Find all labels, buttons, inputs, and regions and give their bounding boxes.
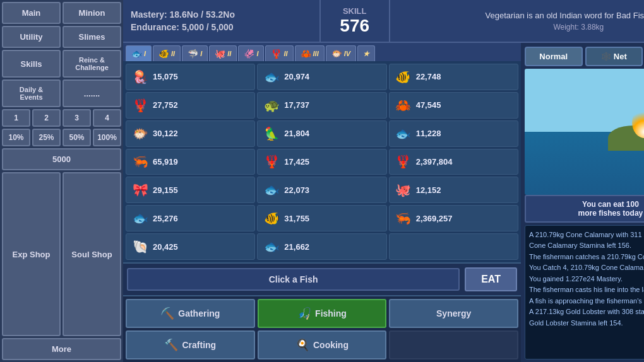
fish-icon: 🐡	[130, 125, 150, 143]
sidebar-btn-expshop[interactable]: Exp Shop	[2, 172, 61, 336]
fish-cell-5-2[interactable]: 🦐2,369,257	[389, 205, 518, 231]
sidebar-btn-dots[interactable]: .......	[63, 79, 121, 107]
log-line: Cone Calamary Stamina left 156.	[529, 240, 644, 251]
fish-table: 🪼15,075🐟20,974🐠22,748🦞27,752🐢17,737🦀47,5…	[123, 61, 521, 262]
fish-cell-4-1[interactable]: 🐟22,073	[257, 177, 386, 203]
sidebar-btn-utility[interactable]: Utility	[2, 26, 61, 48]
sidebar-btn-2[interactable]: 2	[32, 109, 61, 127]
sidebar-btn-50pct[interactable]: 50%	[63, 129, 91, 146]
method-row: Normal 🕸️ Net Dynamite ☢️ Nuke	[521, 43, 644, 69]
fish-icon: 🐠	[261, 209, 282, 227]
fish-tab-6[interactable]: 🦀III	[295, 45, 325, 61]
fish-cell-3-1[interactable]: 🦞17,425	[257, 149, 386, 175]
bottom-tab-5	[389, 330, 518, 359]
sidebar-btn-10pct[interactable]: 10%	[2, 129, 30, 146]
fish-icon: 🐟	[130, 209, 150, 227]
fish-icon: 🐟	[261, 68, 282, 86]
fish-icon: 🦐	[130, 153, 150, 170]
fish-cell-2-1[interactable]: 🦜21,804	[257, 120, 386, 147]
sidebar-btn-5000[interactable]: 5000	[2, 148, 121, 170]
fish-tab-3[interactable]: 🐙II	[209, 45, 237, 61]
sidebar-btn-slimes[interactable]: Slimes	[63, 26, 121, 48]
bottom-tab-Fishing[interactable]: 🎣Fishing	[258, 299, 387, 328]
tip-text: Vegetarian is an old Indian word for Bad…	[486, 11, 644, 20]
eat-button[interactable]: EAT	[465, 267, 517, 291]
sidebar-btn-25pct[interactable]: 25%	[32, 129, 61, 146]
log-line: You Catch 4, 210.79kg Cone Calamary.	[529, 262, 644, 273]
sidebar-btn-more[interactable]: More	[2, 338, 121, 360]
method-net[interactable]: 🕸️ Net	[585, 47, 643, 66]
fish-tab-8[interactable]: ★	[357, 45, 375, 61]
fish-icon: 🐚	[130, 238, 150, 255]
fish-tab-0[interactable]: 🐟I	[126, 45, 152, 61]
log-line: A fish is approaching the fisherman's ba…	[529, 296, 644, 307]
sidebar-btn-soulshop[interactable]: Soul Shop	[63, 172, 121, 336]
fish-icon: 🦐	[393, 209, 414, 227]
sidebar-btn-3[interactable]: 3	[63, 109, 91, 127]
sidebar: Main Minion Utility Slimes Skills Reinc …	[0, 0, 123, 362]
fish-icon: 🦜	[261, 125, 282, 143]
fish-icon: 🐙	[393, 181, 414, 199]
sidebar-btn-4[interactable]: 4	[93, 109, 121, 127]
fish-icon: 🦞	[261, 153, 282, 170]
tip-block: Vegetarian is an old Indian word for Bad…	[390, 0, 644, 42]
pct-row: 10% 25% 50% 100%	[2, 129, 121, 146]
fish-icon: 🦞	[393, 153, 414, 170]
fish-cell-4-0[interactable]: 🎀29,155	[126, 177, 255, 203]
fish-cell-2-0[interactable]: 🐡30,122	[126, 120, 255, 147]
mastery-block: Mastery: 18.6No / 53.2No Endurance: 5,00…	[123, 0, 321, 42]
bottom-tab-Crafting[interactable]: 🔨Crafting	[126, 330, 255, 359]
fish-cell-0-0[interactable]: 🪼15,075	[126, 64, 255, 90]
sidebar-btn-1[interactable]: 1	[2, 109, 30, 127]
log-line: Gold Lobster Stamina left 154.	[529, 318, 644, 329]
fish-cell-1-0[interactable]: 🦞27,752	[126, 92, 255, 119]
bottom-tab-Gathering[interactable]: ⛏️Gathering	[126, 299, 255, 328]
fish-cell-1-2[interactable]: 🦀47,545	[389, 92, 518, 119]
fish-icon: 🐢	[261, 96, 282, 114]
can-eat-text: You can eat 100 more fishes today	[525, 195, 644, 223]
fish-tab-1[interactable]: 🐠II	[153, 45, 181, 61]
fish-cell-2-2[interactable]: 🐟11,228	[389, 120, 518, 147]
bottom-tab-Cooking[interactable]: 🍳Cooking	[258, 330, 387, 359]
log-area: A 210.79kg Cone Calamary with 311 stamin…	[525, 225, 644, 360]
fish-cell-5-1[interactable]: 🐠31,755	[257, 205, 386, 231]
sidebar-btn-100pct[interactable]: 100%	[93, 129, 121, 146]
fish-cell-3-2[interactable]: 🦞2,397,804	[389, 149, 518, 175]
cooking-icon: 🍳	[295, 338, 309, 352]
fish-tab-4[interactable]: 🦑I	[238, 45, 264, 61]
fish-cell-6-0[interactable]: 🐚20,425	[126, 233, 255, 260]
fishing-area: 🐟I🐠II🦈I🐙II🦑I🦞II🦀III🐡IV★ 🪼15,075🐟20,974🐠2…	[123, 43, 644, 362]
fish-cell-4-2[interactable]: 🐙12,152	[389, 177, 518, 203]
bottom-tab-Synergy[interactable]: Synergy	[389, 299, 518, 328]
log-line: The fisherman casts his line into the la…	[529, 284, 644, 295]
fish-icon: 🦞	[130, 96, 150, 114]
log-line: You gained 1.227e24 Mastery.	[529, 274, 644, 284]
fish-cell-1-1[interactable]: 🐢17,737	[257, 92, 386, 119]
fish-icon: 🐟	[261, 238, 282, 255]
skill-label: SKILL	[343, 6, 367, 16]
fish-tab-7[interactable]: 🐡IV	[326, 45, 356, 61]
fish-cell-0-1[interactable]: 🐟20,974	[257, 64, 386, 90]
fish-tab-2[interactable]: 🦈I	[182, 45, 208, 61]
fishing-scene: ⛵	[525, 69, 644, 195]
sidebar-btn-skills[interactable]: Skills	[2, 50, 61, 78]
gathering-icon: ⛏️	[160, 307, 174, 320]
weight-text: Weight: 3.88kg	[553, 23, 604, 32]
endurance-label: Endurance: 5,000 / 5,000	[131, 22, 312, 32]
sidebar-btn-reinc[interactable]: Reinc & Challenge	[63, 50, 121, 78]
click-fish-label: Click a Fish	[127, 268, 460, 291]
fish-cell-6-1[interactable]: 🐟21,662	[257, 233, 386, 260]
sidebar-btn-minion[interactable]: Minion	[63, 2, 121, 24]
fish-tab-5[interactable]: 🦞II	[265, 45, 293, 61]
fish-cell-3-0[interactable]: 🦐65,919	[126, 149, 255, 175]
fish-icon: 🐟	[261, 181, 282, 199]
sidebar-btn-daily[interactable]: Daily & Events	[2, 79, 61, 107]
fish-cell-5-0[interactable]: 🐟25,276	[126, 205, 255, 231]
sidebar-btn-main[interactable]: Main	[2, 2, 61, 24]
top-bar: Mastery: 18.6No / 53.2No Endurance: 5,00…	[123, 0, 644, 43]
fish-cell-0-2[interactable]: 🐠22,748	[389, 64, 518, 90]
eat-bar: Click a Fish EAT	[123, 262, 521, 295]
method-normal[interactable]: Normal	[525, 47, 583, 66]
bottom-tabs: ⛏️Gathering🎣FishingSynergy🔨Crafting🍳Cook…	[123, 295, 521, 362]
fish-section: 🐟I🐠II🦈I🐙II🦑I🦞II🦀III🐡IV★ 🪼15,075🐟20,974🐠2…	[123, 43, 521, 362]
